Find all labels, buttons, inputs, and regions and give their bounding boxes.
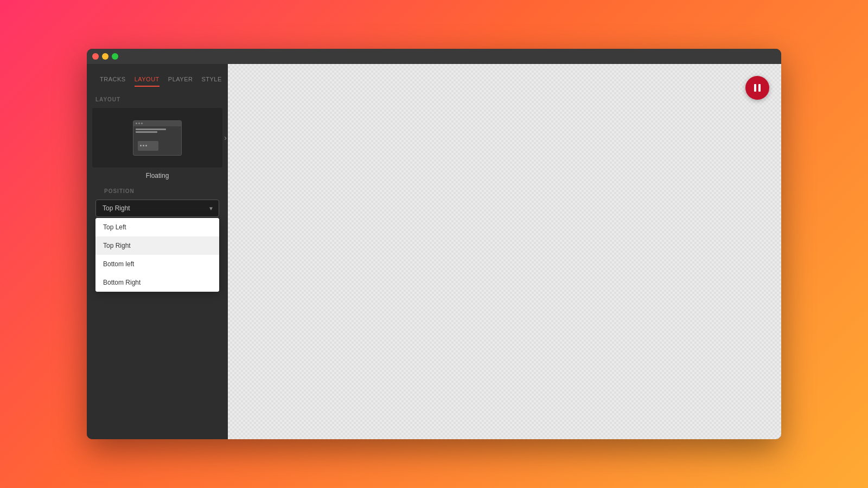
layout-preview-area[interactable]: › — [92, 108, 222, 168]
layout-preview-card — [133, 120, 182, 156]
position-section: POSITION Top Right ▼ Top Left Top Right … — [87, 179, 228, 226]
tab-tracks[interactable]: TRACKS — [95, 73, 130, 86]
position-selected-value: Top Right — [103, 204, 130, 212]
layout-name: Floating — [87, 172, 228, 179]
app-window: TRACKS LAYOUT PLAYER STYLE LAYOUT — [87, 49, 781, 439]
close-button[interactable] — [92, 53, 99, 60]
content-area — [228, 64, 781, 439]
tab-style[interactable]: STYLE — [197, 73, 226, 86]
maximize-button[interactable] — [112, 53, 118, 60]
position-select[interactable]: Top Right — [95, 200, 219, 217]
pause-button[interactable] — [745, 76, 769, 100]
position-select-wrapper[interactable]: Top Right ▼ Top Left Top Right Bottom le… — [95, 200, 219, 217]
option-top-right[interactable]: Top Right — [95, 236, 219, 255]
player-dot-2 — [143, 145, 144, 146]
tab-layout[interactable]: LAYOUT — [130, 73, 164, 86]
preview-title-bar — [133, 121, 181, 126]
position-dropdown[interactable]: Top Left Top Right Bottom left Bottom Ri… — [95, 218, 219, 292]
traffic-lights — [92, 53, 118, 60]
main-area: TRACKS LAYOUT PLAYER STYLE LAYOUT — [87, 64, 781, 439]
option-top-left[interactable]: Top Left — [95, 218, 219, 236]
preview-bar-2 — [136, 131, 157, 133]
option-bottom-right[interactable]: Bottom Right — [95, 273, 219, 292]
player-dot-3 — [145, 145, 147, 146]
sidebar: TRACKS LAYOUT PLAYER STYLE LAYOUT — [87, 64, 228, 439]
position-section-label: POSITION — [95, 188, 219, 194]
preview-dot-1 — [136, 123, 137, 124]
preview-dot-2 — [138, 123, 140, 124]
nav-tabs: TRACKS LAYOUT PLAYER STYLE — [87, 73, 228, 86]
preview-dot-3 — [141, 123, 143, 124]
title-bar — [87, 49, 781, 64]
preview-content — [133, 126, 181, 135]
player-dot-1 — [140, 145, 142, 146]
pause-icon — [754, 84, 761, 92]
minimize-button[interactable] — [102, 53, 108, 60]
pause-bar-left — [754, 84, 756, 92]
preview-bar-1 — [136, 129, 166, 130]
layout-section-label: LAYOUT — [87, 97, 228, 102]
pause-bar-right — [758, 84, 761, 92]
preview-player — [138, 141, 158, 151]
option-bottom-left[interactable]: Bottom left — [95, 255, 219, 273]
preview-chevron-icon: › — [224, 133, 227, 142]
tab-player[interactable]: PLAYER — [164, 73, 197, 86]
